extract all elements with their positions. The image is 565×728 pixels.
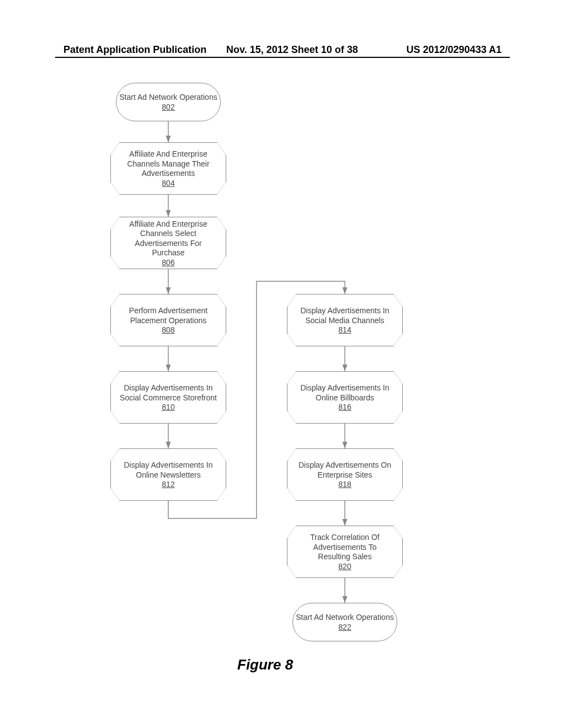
node-label: Affiliate And Enterprise Channels Select… xyxy=(120,220,217,258)
flowchart-arrows xyxy=(0,0,565,728)
node-ref: 810 xyxy=(162,403,174,411)
node-ref: 820 xyxy=(338,562,351,571)
node-ref: 802 xyxy=(162,103,174,111)
node-label: Display Advertisements In Online Newslet… xyxy=(120,461,217,480)
node-ref: 822 xyxy=(338,623,351,631)
figure-caption: Figure 8 xyxy=(237,656,293,673)
node-818: Display Advertisements On Enterprise Sit… xyxy=(287,448,403,501)
node-ref: 818 xyxy=(338,480,351,489)
node-label: Start Ad Network Operations xyxy=(296,613,393,623)
node-label: Affiliate And Enterprise Channels Manage… xyxy=(120,149,217,179)
node-804: Affiliate And Enterprise Channels Manage… xyxy=(110,142,226,195)
node-820: Track Correlation Of Advertisements To R… xyxy=(287,526,403,578)
node-ref: 812 xyxy=(162,480,174,489)
node-814: Display Advertisements In Social Media C… xyxy=(287,294,403,346)
header-left: Patent Application Publication xyxy=(63,44,206,56)
node-start-802: Start Ad Network Operations 802 xyxy=(116,83,221,121)
node-label: Display Advertisements In Social Media C… xyxy=(296,306,393,325)
node-label: Display Advertisements In Social Commerc… xyxy=(120,383,217,403)
node-808: Perform Advertisement Placement Operatio… xyxy=(110,294,226,346)
node-label: Track Correlation Of Advertisements To R… xyxy=(296,533,393,562)
header-right: US 2012/0290433 A1 xyxy=(407,44,502,56)
node-label: Display Advertisements On Enterprise Sit… xyxy=(296,461,393,480)
node-label: Start Ad Network Operations xyxy=(119,93,217,103)
node-ref: 804 xyxy=(162,179,174,188)
node-ref: 808 xyxy=(162,325,174,334)
node-ref: 814 xyxy=(338,325,351,334)
node-label: Display Advertisements In Online Billboa… xyxy=(296,383,393,403)
node-806: Affiliate And Enterprise Channels Select… xyxy=(110,217,226,269)
node-816: Display Advertisements In Online Billboa… xyxy=(287,371,403,424)
node-ref: 816 xyxy=(338,403,351,411)
node-812: Display Advertisements In Online Newslet… xyxy=(110,448,226,501)
node-810: Display Advertisements In Social Commerc… xyxy=(110,371,226,424)
node-label: Perform Advertisement Placement Operatio… xyxy=(120,306,217,325)
header-divider xyxy=(55,57,510,58)
node-end-822: Start Ad Network Operations 822 xyxy=(292,603,397,641)
node-ref: 806 xyxy=(162,258,174,267)
header-middle: Nov. 15, 2012 Sheet 10 of 38 xyxy=(226,44,358,56)
